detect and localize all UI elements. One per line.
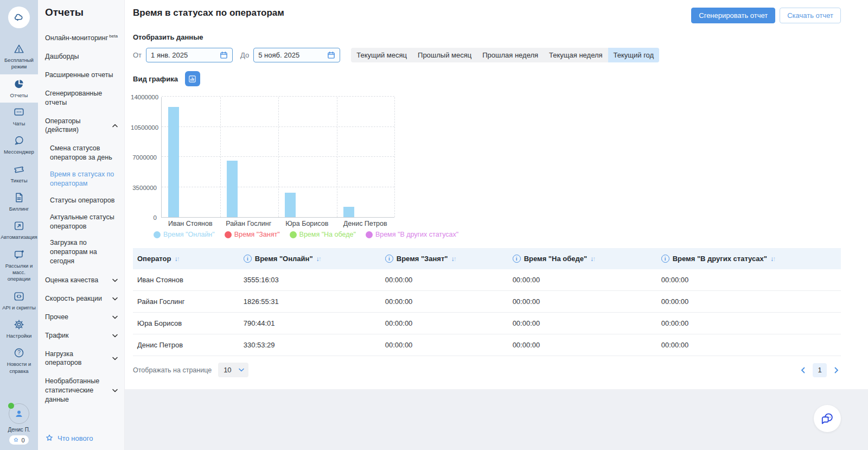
sidebar-group-other[interactable]: Прочее xyxy=(45,313,118,322)
chevron-down-icon xyxy=(112,389,118,392)
sidebar-group-traffic[interactable]: Трафик xyxy=(45,331,118,340)
cell-time-lunch: 00:00:00 xyxy=(508,334,657,356)
cell-time-other: 00:00:00 xyxy=(657,269,841,291)
sidebar-item-generated-reports[interactable]: Сгенерированные отчеты xyxy=(45,89,118,107)
download-report-button[interactable]: Скачать отчет xyxy=(780,8,841,23)
rating-value: 0 xyxy=(21,437,24,443)
next-page-button[interactable] xyxy=(832,366,841,375)
bar-chart: 0350000070000001050000014000000 Иван Сто… xyxy=(133,94,841,245)
sidebar-item-online-monitoring[interactable]: Онлайн-мониторингbeta xyxy=(45,34,118,43)
column-time-busy[interactable]: iВремя "Занят"↓↑ xyxy=(381,248,508,269)
rail-item-broadcasts[interactable]: Рассылки и масс. операции xyxy=(0,245,38,287)
sidebar-item-load-today[interactable]: Загрузка по операторам на сегодня xyxy=(50,238,118,266)
column-operator[interactable]: Оператор↓↑ xyxy=(133,248,239,269)
chevron-right-icon xyxy=(834,367,839,373)
app-logo[interactable] xyxy=(8,7,30,28)
chevron-down-icon xyxy=(112,334,118,338)
sidebar-group-reaction-speed[interactable]: Скорость реакции xyxy=(45,294,118,303)
legend-item[interactable]: Время "Занят" xyxy=(225,231,280,238)
info-icon[interactable]: i xyxy=(513,255,521,263)
sidebar-item-status-changes-per-day[interactable]: Смена статусов операторов за день xyxy=(50,144,118,162)
messenger-icon xyxy=(13,135,25,147)
rail-item-billing[interactable]: Биллинг xyxy=(0,188,38,216)
sort-icons[interactable]: ↓↑ xyxy=(174,255,178,263)
date-to-value: 5 нояб. 2025 xyxy=(258,51,299,59)
chevron-left-icon xyxy=(801,367,805,373)
sort-icons[interactable]: ↓↑ xyxy=(770,255,775,263)
sort-icons[interactable]: ↓↑ xyxy=(590,255,595,263)
sidebar-item-advanced-reports[interactable]: Расширенные отчеты xyxy=(45,71,118,80)
whats-new-link[interactable]: Что нового xyxy=(45,434,118,442)
bar-chart-type-button[interactable] xyxy=(185,71,200,86)
rail-item-label: Биллинг xyxy=(9,206,29,212)
info-icon[interactable]: i xyxy=(661,255,669,263)
page-number[interactable]: 1 xyxy=(813,363,827,377)
legend-item[interactable]: Время "В других статусах" xyxy=(366,231,458,238)
date-to-input[interactable]: 5 нояб. 2025 xyxy=(253,48,340,62)
cell-operator: Райан Гослинг xyxy=(133,291,239,313)
legend-item[interactable]: Время "На обеде" xyxy=(290,231,356,238)
person-icon xyxy=(13,408,25,420)
rail-item-messenger[interactable]: Мессенджер xyxy=(0,131,38,159)
rail-item-label: Рассылки и масс. операции xyxy=(1,263,37,283)
rail-item-free-mode[interactable]: Бесплатный режим xyxy=(0,39,38,74)
range-current-week[interactable]: Текущая неделя xyxy=(544,48,608,62)
cell-time-online: 1826:55:31 xyxy=(239,291,381,313)
info-icon[interactable]: i xyxy=(385,255,393,263)
column-time-other[interactable]: iВремя "В других статусах"↓↑ xyxy=(657,248,841,269)
page-size-select[interactable]: 10 xyxy=(218,363,248,377)
sidebar-group-operators-actions[interactable]: Операторы (действия) xyxy=(45,117,118,135)
sidebar-item-operator-statuses[interactable]: Статусы операторов xyxy=(50,196,118,205)
range-current-year[interactable]: Текущий год xyxy=(608,48,660,62)
chart-view-label: Вид графика xyxy=(133,75,178,83)
date-from-input[interactable]: 1 янв. 2025 xyxy=(146,48,233,62)
rail-item-label: Чаты xyxy=(13,121,25,127)
legend-item[interactable]: Время "Онлайн" xyxy=(154,231,215,238)
sidebar-group-operator-load[interactable]: Нагрузка операторов xyxy=(45,350,118,368)
sidebar-item-actual-statuses[interactable]: Актуальные статусы операторов xyxy=(50,213,118,231)
cell-time-online: 790:44:01 xyxy=(239,313,381,334)
cell-time-lunch: 00:00:00 xyxy=(508,313,657,334)
y-tick-label: 3500000 xyxy=(131,185,157,191)
legend-label: Время "На обеде" xyxy=(299,231,356,238)
info-icon[interactable]: i xyxy=(244,255,252,263)
rail-item-tickets[interactable]: Тикеты xyxy=(0,160,38,188)
prev-page-button[interactable] xyxy=(799,366,807,375)
rail-item-api-scripts[interactable]: API и скрипты xyxy=(0,287,38,315)
column-time-online[interactable]: iВремя "Онлайн"↓↑ xyxy=(239,248,381,269)
cell-time-busy: 00:00:00 xyxy=(381,313,508,334)
chevron-up-icon xyxy=(112,124,118,128)
calendar-icon xyxy=(327,51,335,59)
table-row: Юра Борисов 790:44:01 00:00:00 00:00:00 … xyxy=(133,313,841,334)
range-current-month[interactable]: Текущий месяц xyxy=(351,48,412,62)
sort-icons[interactable]: ↓↑ xyxy=(451,255,455,263)
logo-cloud-chat-icon xyxy=(13,11,25,23)
star-icon xyxy=(45,434,54,442)
column-time-lunch[interactable]: iВремя "На обеде"↓↑ xyxy=(508,248,657,269)
rail-item-chats[interactable]: Чаты xyxy=(0,103,38,131)
sidebar-item-dashboards[interactable]: Дашборды xyxy=(45,52,118,61)
chevron-down-icon xyxy=(239,368,244,372)
user-name: Денис П. xyxy=(8,427,30,433)
rail-item-automation[interactable]: Автоматизация xyxy=(0,216,38,244)
cell-operator: Денис Петров xyxy=(133,334,239,356)
page-background xyxy=(125,389,868,450)
sidebar-item-time-in-statuses[interactable]: Время в статусах по операторам xyxy=(50,170,118,188)
filters-row: От 1 янв. 2025 До 5 нояб. 2025 Текущий м… xyxy=(133,48,841,62)
sort-icons[interactable]: ↓↑ xyxy=(316,255,321,263)
sidebar-group-raw-stats[interactable]: Необработанные статистические данные xyxy=(45,377,118,404)
rail-item-settings[interactable]: Настройки xyxy=(0,315,38,343)
chat-icon xyxy=(13,106,25,118)
avatar[interactable] xyxy=(9,403,29,424)
calendar-icon xyxy=(220,51,228,59)
range-last-month[interactable]: Прошлый месяц xyxy=(412,48,477,62)
legend-dot xyxy=(366,231,373,238)
rail-item-news-help[interactable]: ? Новости и справка xyxy=(0,343,38,378)
rail-item-reports[interactable]: Отчеты xyxy=(0,74,38,103)
cell-time-lunch: 00:00:00 xyxy=(508,291,657,313)
rating-badge[interactable]: 0 xyxy=(9,435,28,445)
range-last-week[interactable]: Прошлая неделя xyxy=(477,48,544,62)
support-chat-button[interactable] xyxy=(814,405,841,432)
sidebar-group-quality[interactable]: Оценка качества xyxy=(45,276,118,285)
generate-report-button[interactable]: Сгенерировать отчет xyxy=(691,8,775,23)
